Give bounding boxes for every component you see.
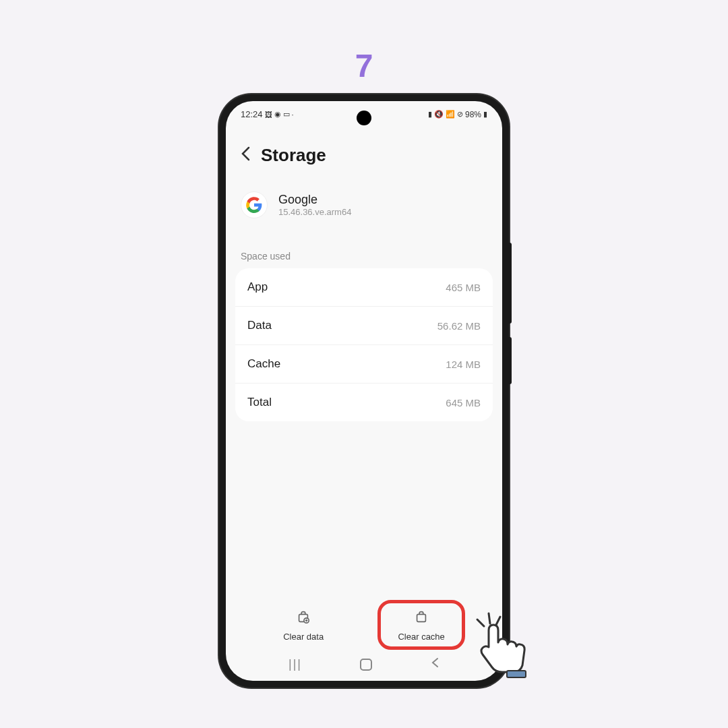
app-version: 15.46.36.ve.arm64 [278,207,351,217]
storage-value: 56.62 MB [437,320,481,332]
chevron-left-icon [241,146,250,161]
page-header: Storage [226,125,502,179]
svg-line-4 [489,613,490,624]
back-button[interactable] [241,146,250,165]
sync-icon: ◉ [274,110,281,119]
storage-value: 465 MB [446,282,481,293]
storage-row-data: Data 56.62 MB [235,307,493,345]
storage-label: App [247,280,268,294]
message-icon: ▭ [283,110,290,119]
storage-value: 645 MB [446,397,481,408]
status-left: 12:24 🖼 ◉ ▭ · [241,109,294,119]
app-info: Google 15.46.36.ve.arm64 [226,179,502,231]
phone-side-button [509,337,512,384]
storage-label: Data [247,319,272,332]
mute-icon: 🔇 [434,110,444,119]
gallery-icon: 🖼 [265,111,272,119]
battery-percent: 98% [465,110,481,119]
svg-line-5 [496,617,500,625]
battery-icon: ▮ [483,110,487,119]
highlight-annotation [377,600,464,650]
storage-label: Cache [247,357,280,371]
pointer-hand-annotation [465,610,539,684]
more-icon: · [292,111,294,119]
action-label: Clear data [283,632,324,642]
battery-saver-icon: ▮ [428,110,432,119]
clear-data-button[interactable]: Clear data [271,604,336,647]
storage-value: 124 MB [446,359,481,370]
app-name: Google [278,193,351,207]
storage-row-app: App 465 MB [235,268,493,307]
bottom-actions: Clear data Clear cache [226,604,502,655]
clear-cache-button[interactable]: Clear cache [386,604,456,647]
home-button[interactable] [360,659,372,671]
nav-bar: ||| [226,652,502,677]
step-number: 7 [355,47,373,84]
nav-back-button[interactable] [430,657,439,671]
phone-screen: 12:24 🖼 ◉ ▭ · ▮ 🔇 📶 ⊘ 98% ▮ Stor [226,101,502,681]
status-time: 12:24 [241,109,263,119]
camera-notch [357,111,371,125]
app-details: Google 15.46.36.ve.arm64 [278,193,351,217]
no-signal-icon: ⊘ [457,110,463,119]
storage-list: App 465 MB Data 56.62 MB Cache 124 MB To… [235,268,493,421]
status-right: ▮ 🔇 📶 ⊘ 98% ▮ [428,110,487,119]
phone-side-button [509,243,512,324]
storage-row-total: Total 645 MB [235,384,493,421]
svg-rect-6 [507,671,526,677]
phone-frame: 12:24 🖼 ◉ ▭ · ▮ 🔇 📶 ⊘ 98% ▮ Stor [219,94,509,688]
section-label: Space used [226,231,502,268]
google-logo-icon [241,191,268,218]
page-title: Storage [261,145,326,166]
wifi-icon: 📶 [446,110,455,119]
svg-line-3 [477,619,484,626]
recent-apps-button[interactable]: ||| [289,657,302,671]
storage-row-cache: Cache 124 MB [235,345,493,384]
storage-label: Total [247,396,272,409]
trash-data-icon [296,609,311,628]
